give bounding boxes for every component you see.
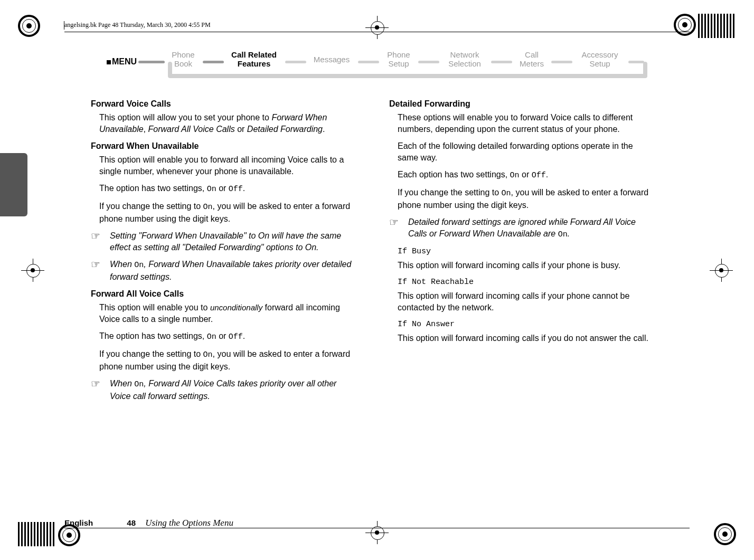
heading-forward-all: Forward All Voice Calls	[91, 288, 357, 300]
page: angelsing.bk Page 48 Thursday, March 30,…	[0, 0, 754, 560]
para: This option will enable you to unconditi…	[99, 302, 357, 325]
nav-connector	[203, 61, 224, 63]
nav-connector	[551, 61, 572, 63]
right-column: Detailed Forwarding These options will e…	[389, 95, 656, 407]
menu-label-text: MENU	[112, 57, 137, 66]
para: The option has two settings, On or Off.	[99, 183, 357, 195]
registration-bars	[698, 14, 736, 38]
running-header: angelsing.bk Page 48 Thursday, March 30,…	[64, 21, 211, 29]
note: ☞When On, Forward When Unavailable takes…	[110, 259, 357, 283]
hand-icon: ☞	[91, 259, 100, 270]
para: This option will forward incoming calls …	[398, 333, 656, 344]
sheet: angelsing.bk Page 48 Thursday, March 30,…	[64, 16, 690, 544]
para: Each option has two settings, On or Off.	[398, 169, 656, 182]
hand-icon: ☞	[91, 230, 100, 242]
nav-item-accessory: AccessorySetup	[573, 50, 626, 68]
nav-corner	[643, 62, 647, 77]
para: If you change the setting to On, you wil…	[99, 201, 357, 225]
nav-item-messages: Messages	[307, 55, 356, 64]
nav-connector	[358, 61, 379, 63]
page-footer: English 48 Using the Options Menu	[64, 518, 233, 528]
nav-connector	[285, 61, 306, 63]
para: This option will forward incoming calls …	[398, 260, 656, 271]
heading-forward-voice: Forward Voice Calls	[91, 98, 357, 110]
content-columns: Forward Voice Calls This option will all…	[91, 95, 666, 407]
hand-icon: ☞	[389, 216, 399, 228]
subhead-if-busy: If Busy	[398, 246, 656, 258]
nav-item-call-meters: CallMeters	[513, 50, 550, 68]
nav-item-call-related: Call RelatedFeatures	[225, 50, 283, 68]
nav-connector	[138, 61, 165, 63]
nav-track: PhoneBook Call RelatedFeatures Messages …	[138, 50, 645, 82]
para: This option will allow you to set your p…	[99, 112, 357, 135]
para: The option has two settings, On or Off.	[99, 330, 357, 343]
thumb-tab	[0, 153, 27, 216]
subhead-if-no-answer: If No Answer	[398, 319, 656, 330]
para: This option will enable you to forward a…	[99, 154, 357, 177]
footer-page-number: 48	[127, 518, 136, 527]
nav-connector	[491, 61, 512, 63]
para: Each of the following detailed forwardin…	[398, 140, 656, 164]
footer-language: English	[64, 518, 93, 527]
note: ☞Detailed forward settings are ignored w…	[408, 216, 656, 241]
menu-label: MENU	[107, 57, 137, 67]
nav-item-phone-setup: PhoneSetup	[380, 50, 417, 68]
para: This option will forward incoming calls …	[398, 290, 656, 314]
para: If you change the setting to On, you wil…	[398, 187, 656, 211]
registration-mark	[18, 15, 40, 37]
heading-detailed: Detailed Forwarding	[389, 98, 656, 110]
nav-item-network: NetworkSelection	[440, 50, 489, 68]
crop-mark	[21, 259, 44, 282]
subhead-if-not-reachable: If Not Reachable	[398, 277, 656, 288]
left-column: Forward Voice Calls This option will all…	[91, 95, 357, 407]
footer-section: Using the Options Menu	[145, 518, 233, 528]
menu-nav: MENU PhoneBook Call RelatedFeatures Mess…	[107, 48, 647, 84]
para: If you change the setting to On, you wil…	[99, 348, 357, 373]
registration-mark	[714, 523, 736, 545]
nav-item-phone-book: PhoneBook	[165, 50, 202, 68]
note: ☞Setting "Forward When Unavailable" to O…	[110, 230, 357, 253]
nav-rail	[168, 74, 647, 78]
para: These options will enable you to forward…	[398, 112, 656, 135]
registration-bars	[18, 522, 56, 546]
nav-connector	[418, 61, 439, 63]
note: ☞When On, Forward All Voice Calls takes …	[110, 378, 357, 402]
hand-icon: ☞	[91, 378, 100, 390]
crop-mark	[710, 259, 733, 282]
nav-connector	[628, 61, 644, 63]
heading-forward-unavailable: Forward When Unavailable	[91, 140, 357, 152]
